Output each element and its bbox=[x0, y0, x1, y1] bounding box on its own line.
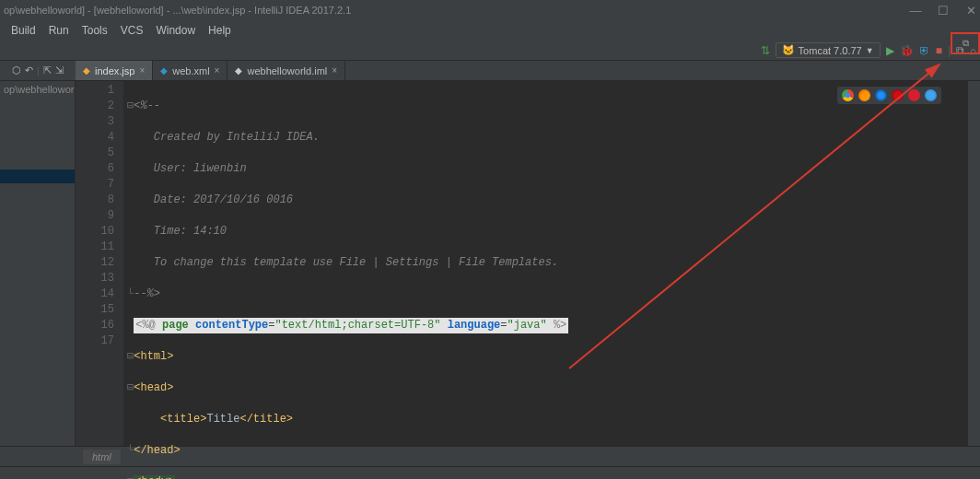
menu-bar: Build Run Tools VCS Window Help bbox=[0, 20, 980, 41]
chrome-icon[interactable] bbox=[842, 89, 854, 101]
highlighted-line: <%@ page contentType="text/html;charset=… bbox=[134, 318, 568, 333]
menu-tools[interactable]: Tools bbox=[76, 22, 113, 39]
run-button-icon[interactable]: ▶ bbox=[886, 44, 894, 57]
main-area: op\webhelloworld 1 2 3 4 5 6 7 8 9 10 11… bbox=[0, 81, 980, 446]
menu-help[interactable]: Help bbox=[203, 22, 237, 39]
tab-label: web.xml bbox=[172, 65, 209, 76]
title-bar: op\webhelloworld] - [webhelloworld] - ..… bbox=[0, 0, 980, 20]
window-title: op\webhelloworld] - [webhelloworld] - ..… bbox=[4, 5, 910, 16]
run-config-label: Tomcat 7.0.77 bbox=[799, 45, 862, 56]
menu-window[interactable]: Window bbox=[150, 22, 201, 39]
expand-icon[interactable]: ⇱ bbox=[43, 64, 52, 76]
opera-icon[interactable] bbox=[892, 89, 904, 101]
close-tab-icon[interactable]: × bbox=[332, 65, 337, 76]
close-button[interactable]: ✕ bbox=[965, 5, 976, 16]
breadcrumb-item[interactable]: html bbox=[83, 450, 121, 464]
menu-run[interactable]: Run bbox=[43, 22, 75, 39]
stop-button-icon[interactable]: ■ bbox=[936, 44, 942, 57]
edge-icon[interactable] bbox=[925, 89, 937, 101]
minimize-button[interactable]: — bbox=[910, 5, 921, 16]
open-in-browser-icons bbox=[837, 87, 941, 104]
window-controls: — ☐ ✕ bbox=[910, 5, 976, 16]
iml-file-icon: ◆ bbox=[235, 65, 242, 76]
maximize-button[interactable]: ☐ bbox=[938, 5, 949, 16]
compile-icon[interactable]: ⬡ bbox=[12, 64, 21, 76]
update-icon[interactable]: ⇅ bbox=[761, 44, 770, 57]
coverage-button-icon[interactable]: ⛨ bbox=[919, 44, 930, 57]
tab-index-jsp[interactable]: ◆ index.jsp × bbox=[76, 61, 153, 80]
tomcat-icon: 🐱 bbox=[782, 44, 795, 56]
toolbar: ⇅ 🐱 Tomcat 7.0.77 ▼ ▶ 🐞 ⛨ ■ | ⧉ ⌕ bbox=[0, 41, 980, 61]
run-config-selector[interactable]: 🐱 Tomcat 7.0.77 ▼ bbox=[776, 42, 881, 58]
editor-tabs: ⬡ ↶ | ⇱ ⇲ ◆ index.jsp × ◆ web.xml × ◆ we… bbox=[0, 61, 980, 81]
debug-button-icon[interactable]: 🐞 bbox=[900, 44, 914, 57]
close-tab-icon[interactable]: × bbox=[215, 65, 220, 76]
tab-web-xml[interactable]: ◆ web.xml × bbox=[153, 61, 228, 80]
tab-label: index.jsp bbox=[95, 65, 134, 76]
yandex-icon[interactable] bbox=[908, 89, 920, 101]
firefox-icon[interactable] bbox=[858, 89, 870, 101]
nav-back-icon[interactable]: ↶ bbox=[25, 64, 33, 76]
run-action-icons: ▶ 🐞 ⛨ ■ bbox=[886, 44, 942, 57]
project-panel[interactable]: op\webhelloworld bbox=[0, 81, 76, 446]
xml-file-icon: ◆ bbox=[160, 65, 168, 76]
safari-icon[interactable] bbox=[875, 89, 887, 101]
tab-label: webhelloworld.iml bbox=[247, 65, 327, 76]
tab-iml[interactable]: ◆ webhelloworld.iml × bbox=[228, 61, 345, 80]
line-number-gutter: 1 2 3 4 5 6 7 8 9 10 11 12 13 14 15 16 1… bbox=[76, 81, 123, 446]
project-path-label: op\webhelloworld bbox=[0, 83, 75, 96]
project-selected-item[interactable] bbox=[0, 169, 75, 183]
code-editor[interactable]: 1 2 3 4 5 6 7 8 9 10 11 12 13 14 15 16 1… bbox=[76, 81, 980, 446]
annotation-highlight-box: ⧉ bbox=[951, 32, 980, 54]
jsp-file-icon: ◆ bbox=[83, 65, 90, 76]
close-tab-icon[interactable]: × bbox=[139, 65, 145, 76]
left-toolbar-icons: ⬡ ↶ | ⇱ ⇲ bbox=[0, 61, 76, 80]
menu-vcs[interactable]: VCS bbox=[115, 22, 149, 39]
right-gutter[interactable] bbox=[967, 81, 980, 446]
chevron-down-icon: ▼ bbox=[866, 46, 874, 55]
collapse-icon[interactable]: ⇲ bbox=[55, 64, 64, 76]
code-content[interactable]: ⊟<%-- Created by IntelliJ IDEA. User: li… bbox=[123, 81, 967, 446]
menu-build[interactable]: Build bbox=[6, 22, 41, 39]
